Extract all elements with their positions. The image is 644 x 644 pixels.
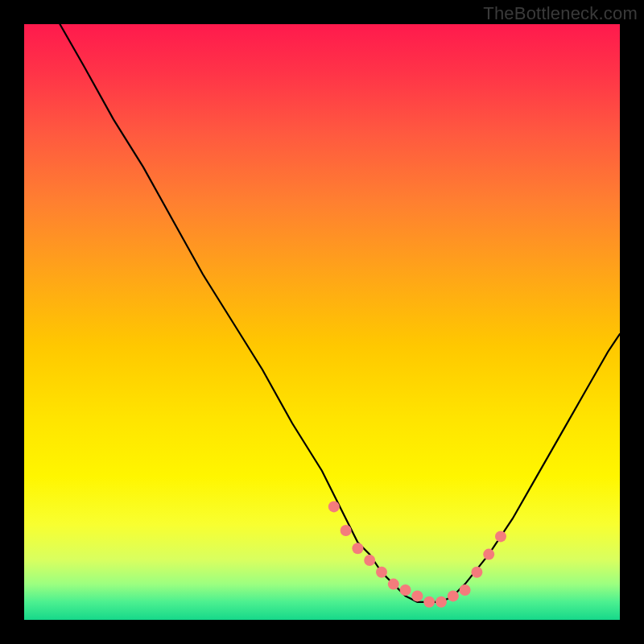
sample-dot — [341, 525, 352, 536]
sample-dot — [423, 597, 435, 608]
sample-dot — [460, 584, 471, 596]
sample-dot — [471, 567, 482, 578]
plot-area — [24, 24, 620, 620]
bottleneck-curve — [60, 24, 620, 602]
sample-dot — [411, 590, 423, 601]
sample-dot — [483, 549, 494, 560]
sample-dot — [448, 590, 459, 601]
sample-dot — [495, 530, 506, 542]
sample-dot — [400, 584, 411, 596]
watermark-text: TheBottleneck.com — [483, 3, 638, 24]
sample-dot — [328, 501, 340, 512]
sample-dot — [364, 555, 375, 566]
chart-svg — [24, 24, 620, 620]
sample-dot — [388, 579, 399, 590]
sample-dot — [352, 543, 363, 554]
sample-dot — [436, 597, 447, 608]
chart-stage: TheBottleneck.com — [0, 0, 644, 644]
sample-dot — [376, 567, 387, 578]
sample-dots — [328, 501, 506, 607]
